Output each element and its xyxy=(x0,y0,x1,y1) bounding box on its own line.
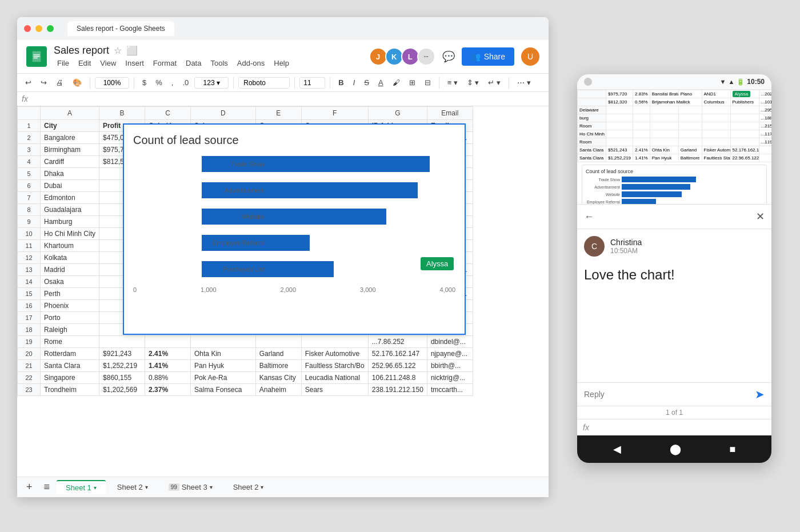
cell-r11-c1[interactable]: Kolkata xyxy=(41,252,99,264)
cell-r21-c1[interactable]: Singapore xyxy=(41,372,99,384)
cell-r19-c7[interactable]: 52.176.162.147 xyxy=(368,348,427,360)
fill-color-button[interactable]: 🖌 xyxy=(389,76,403,89)
merge-cells-button[interactable]: ⊟ xyxy=(421,76,434,89)
cell-r19-c3[interactable]: 2.41% xyxy=(145,348,191,360)
cell-r6-c0[interactable]: 7 xyxy=(18,192,41,204)
cell-r22-c7[interactable]: 238.191.212.150 xyxy=(368,384,427,396)
star-icon[interactable]: ☆ xyxy=(114,45,122,56)
cell-r18-c5[interactable] xyxy=(255,336,301,348)
col-g-header[interactable]: G xyxy=(368,107,427,120)
redo-button[interactable]: ↪ xyxy=(37,76,50,89)
col-f-header[interactable]: F xyxy=(301,107,368,120)
print-button[interactable]: 🖨 xyxy=(53,76,67,89)
undo-button[interactable]: ↩ xyxy=(22,76,35,89)
cell-r14-c0[interactable]: 15 xyxy=(18,288,41,300)
cell-r18-c0[interactable]: 19 xyxy=(18,336,41,348)
cell-r20-c7[interactable]: 252.96.65.122 xyxy=(368,360,427,372)
cell-r20-c6[interactable]: Faultless Starch/Bo xyxy=(301,360,368,372)
cell-r6-c1[interactable]: Edmonton xyxy=(41,192,99,204)
cell-r22-c4[interactable]: Salma Fonseca xyxy=(191,384,256,396)
strikethrough-button[interactable]: S xyxy=(361,76,373,89)
cell-r5-c1[interactable]: Dubai xyxy=(41,180,99,192)
cell-r12-c1[interactable]: Madrid xyxy=(41,264,99,276)
align-button[interactable]: ≡ ▾ xyxy=(444,76,461,89)
cell-r0-c0[interactable]: 1 xyxy=(18,120,41,132)
font-size-selector[interactable]: 11 xyxy=(299,77,325,89)
cell-r7-c0[interactable]: 8 xyxy=(18,204,41,216)
percent-button[interactable]: % xyxy=(152,76,166,89)
bold-button[interactable]: B xyxy=(335,76,347,89)
send-reply-button[interactable]: ➤ xyxy=(755,387,765,401)
cell-r18-c2[interactable] xyxy=(99,336,145,348)
sheet-tab-2[interactable]: Sheet 2 ▾ xyxy=(108,481,157,494)
cell-r17-c0[interactable]: 18 xyxy=(18,324,41,336)
cell-r10-c0[interactable]: 11 xyxy=(18,240,41,252)
cell-r18-c3[interactable] xyxy=(145,336,191,348)
cell-r18-c6[interactable] xyxy=(301,336,368,348)
cell-r11-c0[interactable]: 12 xyxy=(18,252,41,264)
cell-r18-c1[interactable]: Rome xyxy=(41,336,99,348)
col-e-header[interactable]: E xyxy=(255,107,301,120)
cell-r19-c4[interactable]: Ohta Kin xyxy=(191,348,256,360)
back-button[interactable]: ← xyxy=(584,211,594,223)
valign-button[interactable]: ⇕ ▾ xyxy=(463,76,483,89)
cell-r4-c0[interactable]: 5 xyxy=(18,168,41,180)
cell-r21-c7[interactable]: 106.211.248.8 xyxy=(368,372,427,384)
back-nav-button[interactable]: ◀ xyxy=(613,443,621,455)
col-email-header[interactable]: Email xyxy=(427,107,473,120)
cell-r8-c1[interactable]: Hamburg xyxy=(41,216,99,228)
cell-r20-c4[interactable]: Pan Hyuk xyxy=(191,360,256,372)
cell-r15-c1[interactable]: Phoenix xyxy=(41,300,99,312)
reply-input[interactable] xyxy=(584,390,750,399)
cell-r22-c6[interactable]: Sears xyxy=(301,384,368,396)
number-format[interactable]: 123 ▾ xyxy=(194,77,229,89)
cell-r2-c0[interactable]: 3 xyxy=(18,144,41,156)
cell-r8-c0[interactable]: 9 xyxy=(18,216,41,228)
formula-input[interactable] xyxy=(33,95,544,103)
sheet-tab-1[interactable]: Sheet 1 ▾ xyxy=(57,480,106,494)
more-button[interactable]: ⋯ ▾ xyxy=(514,76,534,89)
cell-r4-c1[interactable]: Dhaka xyxy=(41,168,99,180)
menu-insert[interactable]: Insert xyxy=(122,58,147,69)
cell-r19-c1[interactable]: Rotterdam xyxy=(41,348,99,360)
cell-r2-c1[interactable]: Birmingham xyxy=(41,144,99,156)
sheet-tab-3[interactable]: 99 Sheet 3 ▾ xyxy=(159,481,222,494)
maximize-dot[interactable] xyxy=(47,25,54,32)
cell-r22-c0[interactable]: 23 xyxy=(18,384,41,396)
cell-r21-c0[interactable]: 22 xyxy=(18,372,41,384)
col-c-header[interactable]: C xyxy=(145,107,191,120)
menu-data[interactable]: Data xyxy=(182,58,205,69)
col-a-header[interactable]: A xyxy=(41,107,99,120)
cell-r10-c1[interactable]: Khartoum xyxy=(41,240,99,252)
cell-r14-c1[interactable]: Perth xyxy=(41,288,99,300)
paint-format-button[interactable]: 🎨 xyxy=(69,76,85,89)
cell-r7-c1[interactable]: Guadalajara xyxy=(41,204,99,216)
cell-r20-c3[interactable]: 1.41% xyxy=(145,360,191,372)
wrap-button[interactable]: ↵ ▾ xyxy=(485,76,504,89)
cell-r21-c5[interactable]: Kansas City xyxy=(255,372,301,384)
col-b-header[interactable]: B xyxy=(99,107,145,120)
cell-r18-c4[interactable] xyxy=(191,336,256,348)
cell-r21-c8[interactable]: nicktrig@... xyxy=(427,372,473,384)
cell-r21-c6[interactable]: Leucadia National xyxy=(301,372,368,384)
close-comments-button[interactable]: ✕ xyxy=(756,210,765,223)
cell-r12-c0[interactable]: 13 xyxy=(18,264,41,276)
add-sheet-button[interactable]: + xyxy=(22,479,37,495)
cell-r20-c2[interactable]: $1,252,219 xyxy=(99,360,145,372)
text-color-button[interactable]: A xyxy=(375,76,387,89)
cell-r19-c5[interactable]: Garland xyxy=(255,348,301,360)
cell-r19-c0[interactable]: 20 xyxy=(18,348,41,360)
menu-format[interactable]: Format xyxy=(150,58,180,69)
home-nav-button[interactable]: ⬤ xyxy=(670,443,681,455)
cell-r0-c1[interactable]: City xyxy=(41,120,99,132)
cell-r22-c2[interactable]: $1,202,569 xyxy=(99,384,145,396)
cell-r17-c1[interactable]: Raleigh xyxy=(41,324,99,336)
cell-r18-c7[interactable]: ...7.86.252 xyxy=(368,336,427,348)
user-account-avatar[interactable]: U xyxy=(521,47,539,66)
cell-r22-c1[interactable]: Trondheim xyxy=(41,384,99,396)
cell-r20-c0[interactable]: 21 xyxy=(18,360,41,372)
menu-addons[interactable]: Add-ons xyxy=(234,58,268,69)
cell-r1-c1[interactable]: Bangalore xyxy=(41,132,99,144)
borders-button[interactable]: ⊞ xyxy=(406,76,419,89)
menu-tools[interactable]: Tools xyxy=(207,58,231,69)
